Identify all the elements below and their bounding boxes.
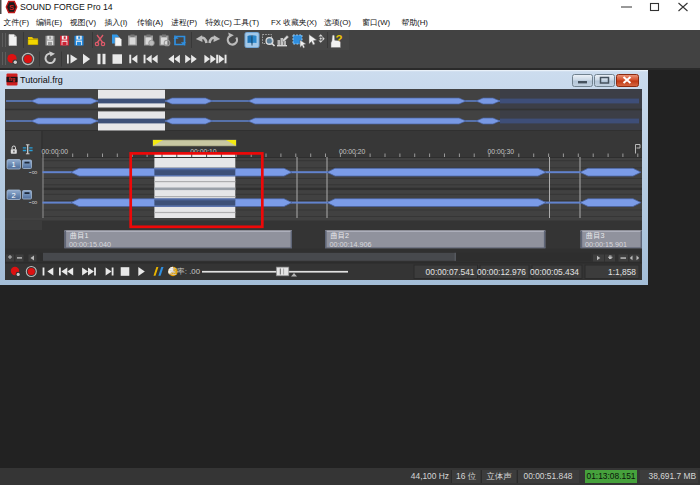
svg-text:曲目3: 曲目3	[586, 231, 604, 240]
svg-text:00:00:00: 00:00:00	[42, 148, 69, 155]
svg-text:速率: .00: 速率: .00	[169, 267, 200, 276]
svg-text:00:00:30: 00:00:30	[488, 148, 515, 155]
svg-text:-∞: -∞	[29, 167, 38, 177]
svg-text:2: 2	[12, 191, 16, 200]
svg-text:曲目1: 曲目1	[70, 231, 88, 240]
svg-text:00:00:12.976: 00:00:12.976	[477, 267, 526, 277]
svg-text:00:00:05.434: 00:00:05.434	[530, 267, 579, 277]
svg-text:Tutorial.frg: Tutorial.frg	[20, 75, 63, 85]
svg-text:S: S	[9, 3, 14, 12]
svg-text:-∞: -∞	[29, 197, 38, 207]
svg-text:00:00:14.906: 00:00:14.906	[330, 240, 372, 249]
svg-text:00:00:20: 00:00:20	[339, 148, 366, 155]
svg-text:frg: frg	[9, 77, 15, 82]
svg-text:曲目2: 曲目2	[331, 231, 349, 240]
svg-text:1: 1	[12, 160, 16, 169]
svg-text:00:00:07.541: 00:00:07.541	[426, 267, 475, 277]
svg-text:1:1,858: 1:1,858	[608, 267, 636, 277]
svg-text:00:00:15.040: 00:00:15.040	[69, 240, 111, 249]
svg-text:SOUND FORGE Pro 14: SOUND FORGE Pro 14	[20, 2, 113, 12]
svg-text:00:00:15.901: 00:00:15.901	[585, 240, 627, 249]
